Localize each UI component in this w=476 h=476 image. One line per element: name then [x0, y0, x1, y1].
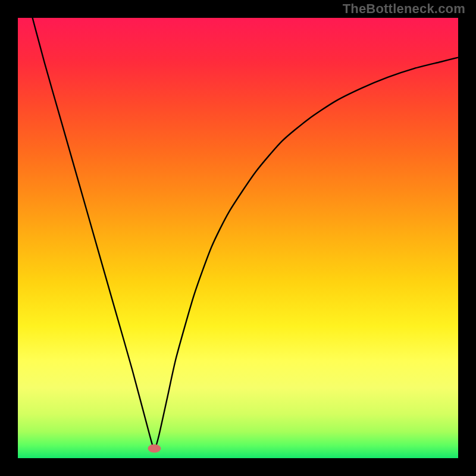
chart-frame: TheBottleneck.com [0, 0, 476, 476]
optimal-point-marker [148, 444, 161, 453]
plot-area [18, 18, 458, 458]
watermark-text: TheBottleneck.com [343, 1, 465, 17]
gradient-background [18, 18, 458, 458]
bottleneck-chart [18, 18, 458, 458]
